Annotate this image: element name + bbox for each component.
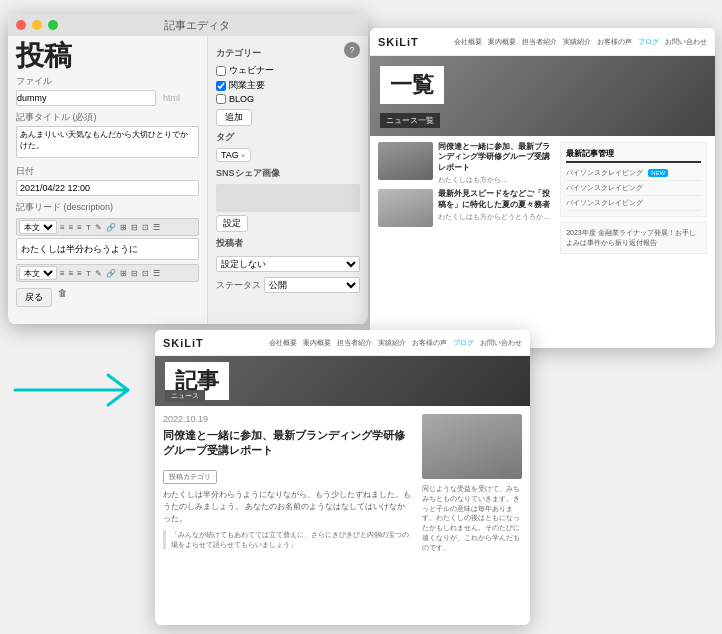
article-nav-staff[interactable]: 担当者紹介 [337, 338, 372, 348]
article-nav-company[interactable]: 会社概要 [269, 338, 297, 348]
article-img-person [422, 414, 522, 479]
list-nav: 会社概要 案内概要 担当者紹介 実績紹介 お客様の声 ブログ お問い合わせ [454, 37, 707, 47]
article-text-1: 同僚達と一緒に参加、最新ブランディング学研修グループ受講レポート わたくしはも方… [438, 142, 554, 184]
set-button[interactable]: 設定 [216, 215, 248, 232]
image-icon-2[interactable]: ⊞ [119, 269, 128, 278]
category-title: カテゴリー [216, 47, 360, 60]
widget-item-2[interactable]: バイソンスクレイピング [566, 181, 701, 196]
nav-voice[interactable]: お客様の声 [597, 37, 632, 47]
article-nav-service[interactable]: 案内概要 [303, 338, 331, 348]
list-site-header: SKiLiT 会社概要 案内概要 担当者紹介 実績紹介 お客様の声 ブログ お問… [370, 28, 715, 56]
category-blog[interactable]: BLOG [216, 94, 360, 104]
article-logo: SKiLiT [163, 337, 204, 349]
action-row: 戻る 🗑 [16, 288, 199, 307]
table-icon[interactable]: ⊟ [130, 223, 139, 232]
back-button[interactable]: 戻る [16, 288, 52, 307]
editor-content-area[interactable]: わたくしは半分わらうように [16, 238, 199, 260]
list-left-content: 同僚達と一緒に参加、最新ブランディング学研修グループ受講レポート わたくしはも方… [378, 142, 554, 332]
article-tag-badge: 投稿カテゴリ [163, 470, 217, 484]
delete-button[interactable]: 🗑 [58, 288, 67, 307]
align-center-icon-2[interactable]: ≡ [68, 269, 75, 278]
article-title-1: 同僚達と一緒に参加、最新ブランディング学研修グループ受講レポート [438, 142, 554, 173]
blog-checkbox[interactable] [216, 94, 226, 104]
widget-item-3[interactable]: バイソンスクレイピング [566, 196, 701, 211]
add-category-button[interactable]: 追加 [216, 109, 252, 126]
category-kangyoshuyo[interactable]: 関業主要 [216, 79, 360, 92]
maximize-button[interactable] [48, 20, 58, 30]
align-left-icon-2[interactable]: ≡ [59, 269, 66, 278]
status-select[interactable]: 公開 [264, 277, 360, 293]
image-icon[interactable]: ⊞ [119, 223, 128, 232]
article-title: 同僚達と一緒に参加、最新ブランディング学研修グループ受講レポート [163, 428, 412, 459]
date-input[interactable] [16, 180, 199, 196]
close-button[interactable] [16, 20, 26, 30]
menu-icon[interactable]: ☰ [152, 223, 161, 232]
nav-blog[interactable]: ブログ [638, 37, 659, 47]
file-input[interactable] [16, 90, 156, 106]
list-right-content: 最新記事管理 パイソンスクレイピング NEW バイソンスクレイピング バイソンス… [560, 142, 707, 332]
sns-title: SNSシェア画像 [216, 167, 360, 180]
article-nav-voice[interactable]: お客様の声 [412, 338, 447, 348]
bold-icon[interactable]: T [85, 223, 92, 232]
right-panel: ? カテゴリー ウェビナー 関業主要 BLOG 追加 タグ TAG × SNSシ… [208, 36, 368, 324]
align-right-icon-2[interactable]: ≡ [76, 269, 83, 278]
article-nav-blog[interactable]: ブログ [453, 338, 474, 348]
article-title-2: 最新外見スピードをなどご「投稿を」に特化した夏の夏々務者 [438, 189, 554, 210]
minimize-button[interactable] [32, 20, 42, 30]
article-main: 2022.10.19 同僚達と一緒に参加、最新ブランディング学研修グループ受講レ… [163, 414, 412, 617]
tag-item: TAG × [216, 148, 251, 162]
category-webinar[interactable]: ウェビナー [216, 64, 360, 77]
bold-icon-2[interactable]: T [85, 269, 92, 278]
nav-contact[interactable]: お問い合わせ [665, 37, 707, 47]
list-hero-label: 一覧 [380, 66, 444, 104]
align-center-icon[interactable]: ≡ [68, 223, 75, 232]
author-select[interactable]: 設定しない [216, 256, 360, 272]
article-hero-news: ニュース [165, 390, 205, 402]
article-thumb-2 [378, 189, 433, 227]
article-text-2: 最新外見スピードをなどご「投稿を」に特化した夏の夏々務者 わたくしはも方からどう… [438, 189, 554, 221]
table-icon-2[interactable]: ⊟ [130, 269, 139, 278]
window-titlebar: 記事エディタ [8, 14, 368, 36]
webinar-checkbox[interactable] [216, 66, 226, 76]
list-article-1[interactable]: 同僚達と一緒に参加、最新ブランディング学研修グループ受講レポート わたくしはも方… [378, 142, 554, 184]
link-icon[interactable]: 🔗 [105, 223, 117, 232]
italic-icon-2[interactable]: ✎ [94, 269, 103, 278]
list-article-2[interactable]: 最新外見スピードをなどご「投稿を」に特化した夏の夏々務者 わたくしはも方からどう… [378, 189, 554, 227]
editor-toolbar: 本文 ≡ ≡ ≡ T ✎ 🔗 ⊞ ⊟ ⊡ ☰ [16, 218, 199, 236]
article-desc-1: わたくしはも方から… [438, 175, 554, 184]
tag-remove-icon[interactable]: × [241, 151, 246, 160]
webinar-label: ウェビナー [229, 64, 274, 77]
article-nav-results[interactable]: 実績紹介 [378, 338, 406, 348]
format-select[interactable]: 本文 [19, 220, 57, 234]
section-label: 投稿 [16, 42, 199, 70]
help-icon[interactable]: ? [344, 42, 360, 58]
hero-news-tag: ニュース一覧 [380, 113, 440, 128]
nav-company[interactable]: 会社概要 [454, 37, 482, 47]
align-right-icon[interactable]: ≡ [76, 223, 83, 232]
align-left-icon[interactable]: ≡ [59, 223, 66, 232]
link-icon-2[interactable]: 🔗 [105, 269, 117, 278]
title-label: 記事タイトル (必須) [16, 111, 199, 124]
nav-results[interactable]: 実績紹介 [563, 37, 591, 47]
tag-value: TAG [221, 150, 239, 160]
window-body: 投稿 ファイル html 記事タイトル (必須) あんまりいい天気なもんだから大… [8, 36, 368, 324]
more-icon-2[interactable]: ⊡ [141, 269, 150, 278]
widget-item-1[interactable]: パイソンスクレイピング NEW [566, 166, 701, 181]
list-window: SKiLiT 会社概要 案内概要 担当者紹介 実績紹介 お客様の声 ブログ お問… [370, 28, 715, 348]
more-icon[interactable]: ⊡ [141, 223, 150, 232]
arrow-right [10, 370, 160, 410]
format-select-2[interactable]: 本文 [19, 266, 57, 280]
article-window: SKiLiT 会社概要 案内概要 担当者紹介 実績紹介 お客様の声 ブログ お問… [155, 330, 530, 625]
article-nav-contact[interactable]: お問い合わせ [480, 338, 522, 348]
italic-icon[interactable]: ✎ [94, 223, 103, 232]
editor-window: 記事エディタ 投稿 ファイル html 記事タイトル (必須) あんまりいい天気… [8, 14, 368, 324]
title-input[interactable]: あんまりいい天気なもんだから大切ひとりでかけた。 [16, 126, 199, 158]
kangyoshuyo-checkbox[interactable] [216, 81, 226, 91]
status-label: ステータス [216, 279, 261, 292]
menu-icon-2[interactable]: ☰ [152, 269, 161, 278]
nav-staff[interactable]: 担当者紹介 [522, 37, 557, 47]
article-date: 2022.10.19 [163, 414, 412, 424]
article-quote: 「みんなが続けてもあわてては立て替えに、さらにきびきびと内側の宝つの場をよらせて… [163, 530, 412, 550]
blog-label: BLOG [229, 94, 254, 104]
nav-service[interactable]: 案内概要 [488, 37, 516, 47]
